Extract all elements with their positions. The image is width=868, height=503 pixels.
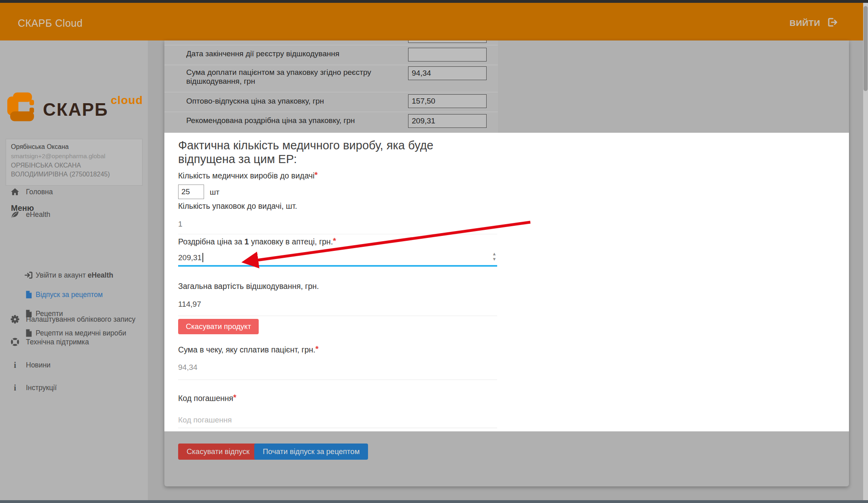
required-marker: * <box>333 236 336 245</box>
user-legal-name-line2: ВОЛОДИМИРІВНА (2750018245) <box>11 171 137 178</box>
receipt-sum-value: 94,34 <box>178 363 198 372</box>
logo-glyph-icon <box>7 92 34 123</box>
gear-icon <box>11 315 19 324</box>
sidebar-item-tech-support[interactable]: Технічна підтримка <box>11 337 89 346</box>
registry-end-date-input[interactable] <box>408 48 487 62</box>
logo-suffix: cloud <box>111 94 143 107</box>
life-ring-icon <box>11 337 19 346</box>
sidebar-item-label: Відпуск за рецептом <box>36 291 103 299</box>
user-display-name: Орябінська Оксана <box>11 143 137 151</box>
content-card: Дата закінчення дії реєстру відшкодуванн… <box>164 40 849 486</box>
info-icon: i <box>11 383 19 392</box>
recommended-retail-price-input[interactable] <box>408 114 487 128</box>
stepper-up-icon: ▲ <box>492 251 497 257</box>
form-title-line2: відпущена за цим ЕР: <box>178 152 297 166</box>
sidebar-item-account-settings[interactable]: Налаштування облікового запису <box>11 315 135 324</box>
retail-price-input[interactable]: 209,31 <box>178 253 203 262</box>
logout-button[interactable]: ВИЙТИ <box>789 17 838 29</box>
receipt-sum-label: Сума в чеку, яку сплатив пацієнт, грн.* <box>178 344 319 354</box>
sidebar-item-ehealth-login[interactable]: Увійти в акаунт eHealth <box>24 271 113 280</box>
redemption-code-label: Код погашення* <box>178 393 236 403</box>
sidebar: СКАРБ cloud Орябінська Оксана smartsign+… <box>0 40 148 500</box>
sidebar-item-instructions[interactable]: i Інструкції <box>11 383 57 392</box>
file-icon <box>24 290 33 299</box>
sidebar-item-label: Новини <box>26 361 51 369</box>
clipped-input[interactable] <box>408 40 487 43</box>
start-dispense-button[interactable]: Почати відпуск за рецептом <box>254 444 368 460</box>
user-info-box: Орябінська Оксана smartsign+2@openpharma… <box>6 139 143 186</box>
patient-surcharge-input[interactable] <box>408 66 487 80</box>
scrollbar-thumb[interactable] <box>864 6 868 91</box>
text-cursor <box>202 253 203 262</box>
sidebar-item-label: eHealth <box>26 210 50 219</box>
logo[interactable]: СКАРБ cloud <box>7 92 143 123</box>
product-details-table: Дата закінчення дії реєстру відшкодуванн… <box>164 40 498 133</box>
qty-label: Кількість медичних виробів до видачі* <box>178 170 318 180</box>
focused-input-underline <box>178 265 497 267</box>
sidebar-item-label: Рецепти на медичні вироби <box>36 329 126 337</box>
browser-top-strip <box>0 0 868 3</box>
qty-unit: шт <box>210 188 219 197</box>
form-title-line1: Фактична кількість медичного виробу, яка… <box>178 138 433 152</box>
table-row-label: Оптово-відпускна ціна за упаковку, грн <box>186 97 381 106</box>
sign-in-icon <box>24 271 33 280</box>
sign-out-icon <box>828 17 838 29</box>
stepper-down-icon: ▼ <box>492 257 497 262</box>
packs-value: 1 <box>178 220 183 229</box>
logout-label: ВИЙТИ <box>789 18 820 28</box>
table-row-label: Сума доплати пацієнтом за упаковку згідн… <box>186 68 381 86</box>
info-icon: i <box>11 361 19 369</box>
user-legal-name-line1: ОРЯБІНСЬКА ОКСАНА <box>11 162 137 169</box>
file-icon <box>24 329 33 337</box>
required-marker: * <box>315 170 318 179</box>
packs-label: Кількість упаковок до видачі, шт. <box>178 202 297 211</box>
sidebar-item-news[interactable]: i Новини <box>11 361 51 369</box>
required-marker: * <box>233 393 236 402</box>
sidebar-item-label: Увійти в акаунт eHealth <box>36 271 113 280</box>
retail-price-label: Роздрібна ціна за 1 упаковку в аптеці, г… <box>178 236 336 246</box>
user-email: smartsign+2@openpharma.global <box>11 153 137 160</box>
qty-input[interactable] <box>178 185 204 199</box>
logo-brand: СКАРБ <box>43 100 108 120</box>
vertical-scrollbar[interactable] <box>863 3 868 503</box>
redemption-code-input[interactable] <box>178 412 497 428</box>
sidebar-item-home[interactable]: Головна <box>11 187 53 196</box>
required-marker: * <box>315 344 319 353</box>
cancel-dispense-button[interactable]: Скасувати відпуск <box>178 444 258 460</box>
sidebar-item-label: Технічна підтримка <box>26 338 89 346</box>
sidebar-item-label: Головна <box>26 188 53 196</box>
sidebar-item-label: Налаштування облікового запису <box>26 315 135 324</box>
total-value: 114,97 <box>178 300 201 309</box>
sidebar-item-ehealth[interactable]: eHealth <box>11 210 50 219</box>
cancel-product-button[interactable]: Скасувати продукт <box>178 319 259 334</box>
app-header: СКАРБ Cloud ВИЙТИ <box>0 3 865 40</box>
table-row-label: Дата закінчення дії реєстру відшкодуванн… <box>186 49 381 58</box>
app-title: СКАРБ Cloud <box>18 17 83 29</box>
total-label: Загальна вартість відшкодування, грн. <box>178 282 319 291</box>
actual-quantity-form: Фактична кількість медичного виробу, яка… <box>164 133 849 431</box>
wholesale-price-input[interactable] <box>408 94 487 108</box>
sidebar-item-label: Інструкції <box>26 384 57 392</box>
leaf-icon <box>11 210 19 219</box>
sidebar-item-dispense-by-prescription[interactable]: Відпуск за рецептом <box>24 290 103 299</box>
number-stepper[interactable]: ▲▼ <box>491 251 498 262</box>
table-row-label: Рекомендована роздрібна ціна за упаковку… <box>186 116 381 125</box>
bottom-strip <box>0 500 868 503</box>
home-icon <box>11 187 19 196</box>
sidebar-item-medical-device-prescriptions[interactable]: Рецепти на медичні вироби <box>24 329 126 337</box>
